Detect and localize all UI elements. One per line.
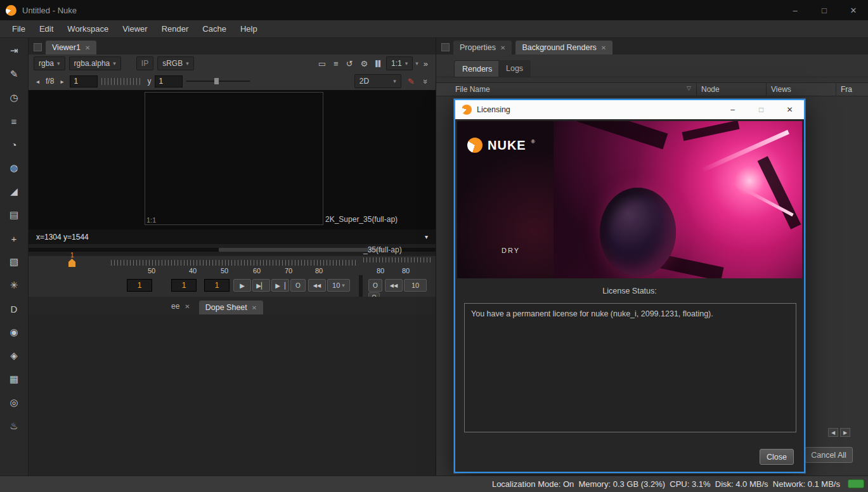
collapse-chevrons-icon[interactable]: » — [421, 58, 431, 70]
column-node[interactable]: Node — [701, 85, 720, 94]
info-caret-icon[interactable]: ▾ — [425, 233, 428, 240]
first-frame-field[interactable]: 1 — [127, 279, 152, 292]
dialog-close-action-button[interactable]: Close — [760, 449, 794, 465]
sort-icon[interactable]: ▽ — [687, 85, 691, 91]
toolbar-filter-icon[interactable]: ◍ — [6, 160, 22, 176]
fps-field-secondary[interactable]: 10 — [404, 279, 427, 292]
column-separator[interactable] — [836, 83, 836, 97]
column-separator[interactable] — [766, 83, 767, 97]
column-separator[interactable] — [696, 83, 697, 97]
layer-dropdown[interactable]: rgba.alpha ▾ — [69, 56, 121, 70]
cancel-all-button[interactable]: Cancel All — [805, 447, 853, 463]
next-arrow-icon[interactable]: ▸ — [58, 77, 66, 86]
panel-menu-icon[interactable] — [34, 43, 42, 51]
frame-ruler[interactable] — [111, 260, 358, 266]
partial-tab-label[interactable]: ee — [171, 302, 179, 311]
gain-slider[interactable] — [101, 78, 141, 85]
dialog-minimize-button[interactable]: – — [718, 100, 747, 119]
subtab-logs[interactable]: Logs — [498, 60, 531, 77]
toolbar-transform-icon[interactable]: + — [6, 231, 22, 246]
rewind-button-secondary[interactable]: ◀◀ — [385, 279, 403, 292]
frame-ruler-secondary[interactable] — [363, 257, 433, 262]
play-button[interactable]: ▶ — [233, 279, 251, 292]
loop-toggle-secondary[interactable]: O — [368, 279, 382, 292]
menu-viewer[interactable]: Viewer — [115, 21, 155, 37]
menu-help[interactable]: Help — [233, 21, 264, 37]
view-mode-dropdown[interactable]: 2D ▾ — [354, 74, 401, 88]
panel-menu-icon[interactable] — [441, 43, 450, 51]
menu-edit[interactable]: Edit — [32, 21, 60, 37]
toolbar-3d-icon[interactable]: ▧ — [6, 254, 22, 269]
toolbar-keyer-icon[interactable]: ◢ — [6, 184, 22, 199]
input-process-toggle[interactable]: IP — [136, 56, 153, 70]
toolbar-color-icon[interactable]: ◔ — [6, 137, 22, 152]
zoom-dropdown[interactable]: 1:1 ▾ — [386, 56, 413, 70]
toolbar-channel-icon[interactable]: ≡ — [6, 113, 22, 129]
colorspace-dropdown[interactable]: sRGB ▾ — [157, 56, 194, 70]
collapse-chevrons-icon[interactable]: » — [420, 76, 432, 86]
tab-background-renders[interactable]: Background Renders ✕ — [515, 41, 612, 55]
viewer-canvas[interactable]: 1:1 2K_Super_35(full-ap) — [29, 90, 436, 230]
menu-cache[interactable]: Cache — [195, 21, 233, 37]
gamma-slider-handle[interactable] — [214, 78, 219, 84]
menu-workspace[interactable]: Workspace — [60, 21, 115, 37]
dialog-window-controls: – □ ✕ — [718, 100, 804, 119]
splash-artwork — [552, 121, 802, 278]
license-text-box[interactable]: You have a permanent license for nuke (n… — [464, 303, 796, 432]
toolbar-draw-icon[interactable]: ✎ — [6, 67, 22, 82]
toolbar-time-icon[interactable]: ◷ — [6, 90, 22, 105]
toolbar-flames-icon[interactable]: ♨ — [6, 418, 22, 434]
subtab-renders[interactable]: Renders — [454, 60, 500, 77]
fps-field[interactable]: 10 ▾ — [327, 279, 350, 292]
toolbar-other-icon[interactable]: ◎ — [6, 395, 22, 410]
dialog-maximize-button[interactable]: □ — [747, 100, 775, 119]
channels-dropdown[interactable]: rgba ▾ — [34, 56, 65, 70]
tab-properties[interactable]: Properties ✕ — [453, 41, 512, 55]
tab-dope-sheet[interactable]: Dope Sheet ✕ — [199, 301, 263, 314]
toolbar-metadata-icon[interactable]: ◈ — [6, 348, 22, 363]
toolbar-views-icon[interactable]: ◉ — [6, 325, 22, 340]
toolbar-toolsets-icon[interactable]: ▦ — [6, 372, 22, 387]
column-file-name[interactable]: File Name — [455, 85, 490, 94]
tab-close-icon[interactable]: ✕ — [85, 44, 90, 51]
tab-close-icon[interactable]: ✕ — [185, 303, 190, 310]
scroll-left-icon[interactable]: ◀ — [828, 428, 838, 437]
node-graph[interactable] — [29, 314, 436, 476]
toolbar-deep-icon[interactable]: D — [6, 301, 22, 316]
loop-toggle[interactable]: O — [290, 279, 306, 292]
last-frame-field[interactable]: 1 — [204, 279, 230, 292]
rewind-button[interactable]: ◀◀ — [308, 279, 326, 292]
goto-end-button[interactable]: ▶▕ — [271, 279, 289, 292]
menu-render[interactable]: Render — [155, 21, 196, 37]
close-button[interactable]: ✕ — [839, 0, 868, 20]
display-icon[interactable]: ▭ — [316, 58, 328, 70]
gamma-field[interactable]: 1 — [155, 75, 183, 87]
prev-arrow-icon[interactable]: ◂ — [34, 77, 42, 86]
tab-close-icon[interactable]: ✕ — [601, 44, 606, 51]
toolbar-particles-icon[interactable]: ✳ — [6, 278, 22, 293]
toolbar-image-icon[interactable]: ⇥ — [6, 43, 22, 58]
rows-icon[interactable]: ≡ — [331, 58, 341, 70]
tab-close-icon[interactable]: ✕ — [500, 44, 505, 51]
maximize-button[interactable]: □ — [810, 0, 839, 20]
scroll-handle[interactable] — [219, 248, 384, 252]
column-frames[interactable]: Fra — [841, 85, 852, 94]
gain-field[interactable]: 1 — [70, 75, 98, 87]
pause-icon[interactable]: ▌▌ — [373, 59, 384, 68]
menu-file[interactable]: File — [5, 21, 32, 37]
current-frame-field[interactable]: 1 — [171, 279, 197, 292]
gear-icon[interactable]: ⚙ — [358, 58, 371, 70]
dialog-close-button[interactable]: ✕ — [775, 100, 804, 119]
column-views[interactable]: Views — [771, 85, 791, 94]
roi-pen-icon[interactable]: ✎ — [405, 75, 417, 87]
refresh-icon[interactable]: ↺ — [344, 58, 356, 70]
playhead-marker[interactable] — [68, 259, 75, 267]
step-forward-button[interactable]: ▶▏ — [252, 279, 270, 292]
scroll-right-icon[interactable]: ▶ — [840, 428, 850, 437]
gamma-slider[interactable] — [186, 81, 250, 82]
tab-close-icon[interactable]: ✕ — [252, 304, 257, 311]
chevron-down-icon[interactable]: ▾ — [415, 60, 418, 67]
minimize-button[interactable]: – — [781, 0, 810, 20]
toolbar-merge-icon[interactable]: ▤ — [6, 207, 22, 223]
tab-viewer1[interactable]: Viewer1 ✕ — [46, 41, 96, 55]
